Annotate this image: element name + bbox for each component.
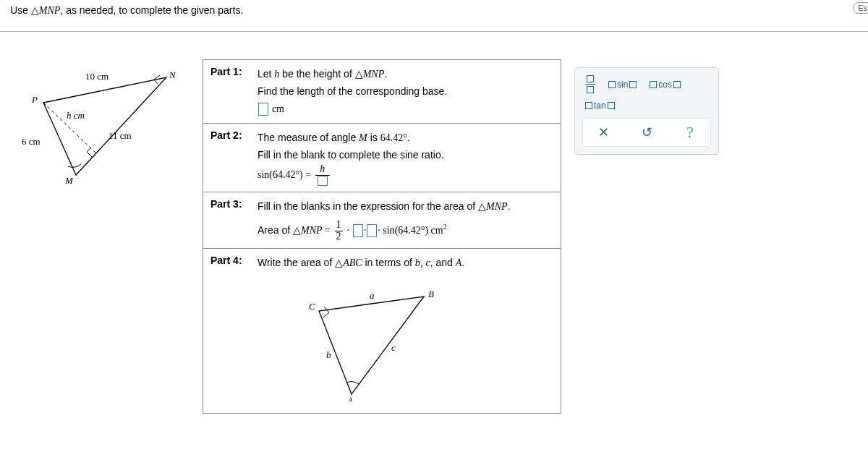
instruction-bar: Use △MNP, as needed, to complete the giv… <box>0 0 868 32</box>
palette-actions: ✕ ↺ ? <box>582 118 711 147</box>
side-MN-label: 11 cm <box>109 130 132 141</box>
palette-fraction-button[interactable] <box>585 75 595 93</box>
triangle-name: MNP <box>39 5 61 16</box>
part-3-label: Part 3: <box>210 198 258 242</box>
triangle-mnp-svg: P N M 10 cm 6 cm 11 cm h cm <box>0 59 203 218</box>
side-PN-label: 10 cm <box>85 71 109 82</box>
p1-base-input[interactable] <box>258 103 268 116</box>
part-4: Part 4: Write the area of △ABC in terms … <box>203 249 561 414</box>
p1-text-a: Let <box>258 68 274 80</box>
abc-a: a <box>370 290 375 301</box>
part-2-label: Part 2: <box>210 129 258 186</box>
p4-name: ABC <box>343 257 362 268</box>
vertex-N-label: N <box>169 69 176 80</box>
palette-sin-button[interactable]: sin <box>608 80 637 90</box>
height-label: h cm <box>67 110 85 121</box>
p4-text-a: Write the area of <box>258 257 335 268</box>
p3-half-num: 1 <box>335 220 343 231</box>
p2-frac-den-input[interactable] <box>318 176 328 186</box>
p3-sin-arg: (64.42°) <box>395 225 428 236</box>
part-1-label: Part 1: <box>210 66 258 117</box>
part-2: Part 2: The measure of angle M is 64.42°… <box>203 124 561 192</box>
palette-row-1: sin cos <box>582 75 711 93</box>
p4-end: . <box>461 257 464 268</box>
p3-dot-1: · <box>346 225 349 236</box>
p4-c1: , <box>420 257 426 268</box>
p1-end: . <box>384 68 387 80</box>
palette-undo-button[interactable]: ↺ <box>634 124 659 141</box>
palette-close-button[interactable]: ✕ <box>591 124 616 141</box>
p2-sin-arg: (64.42°) <box>269 169 302 180</box>
es-badge[interactable]: Es <box>853 2 868 14</box>
p3-input-1[interactable] <box>353 224 363 237</box>
palette-tan-button[interactable]: tan <box>585 101 615 111</box>
parts-panel: Part 1: Let h be the height of △MNP. Fin… <box>203 59 561 414</box>
p4-text-b: in terms of <box>362 257 415 268</box>
vertex-P-label: P <box>31 94 38 105</box>
triangle-abc-svg: A B C a b c <box>258 271 475 401</box>
part-4-label: Part 4: <box>210 255 258 408</box>
diagram-mnp: P N M 10 cm 6 cm 11 cm h cm <box>0 59 203 218</box>
p3-half: 1 2 <box>335 220 343 242</box>
p3-input-2[interactable] <box>367 224 377 237</box>
abc-C: C <box>309 301 315 312</box>
p4-c2: , and <box>430 257 456 268</box>
p3-name: MNP <box>486 201 508 212</box>
abc-A: A <box>346 395 353 401</box>
p2-frac-num: h <box>315 164 330 176</box>
abc-c: c <box>391 342 396 353</box>
part-1: Part 1: Let h be the height of △MNP. Fin… <box>203 60 561 124</box>
svg-marker-2 <box>319 297 424 394</box>
palette-panel: sin cos tan ✕ ↺ ? <box>574 67 719 155</box>
instruction-suffix: , as needed, to complete the given parts… <box>60 4 243 16</box>
palette-tan-label: tan <box>594 101 606 111</box>
part-3: Part 3: Fill in the blanks in the expres… <box>203 192 561 248</box>
p3-sin: sin <box>380 225 395 236</box>
p3-area-prefix: Area of <box>258 224 293 236</box>
content-row: P N M 10 cm 6 cm 11 cm h cm Part 1: Let … <box>0 32 868 414</box>
p2-line2: Fill in the blank to complete the sine r… <box>258 147 553 164</box>
p1-line2: Find the length of the corresponding bas… <box>258 83 553 101</box>
p2-val: 64.42° <box>380 132 407 143</box>
p3-area-name: MNP <box>301 225 323 236</box>
p1-text-b: be the height of <box>279 68 354 80</box>
p2-sin: sin <box>258 169 269 180</box>
p2-end: . <box>407 132 410 143</box>
p1-name: MNP <box>363 69 385 80</box>
p3-area-tri: △ <box>293 224 301 236</box>
side-PM-label: 6 cm <box>22 136 41 147</box>
p2-text-b: is <box>367 132 380 143</box>
p2-text-a: The measure of angle <box>258 132 359 143</box>
abc-b: b <box>326 349 331 360</box>
vertex-M-label: M <box>64 175 74 186</box>
p3-unit: cm <box>428 225 443 236</box>
p4-b: b <box>415 257 420 268</box>
p3-end: . <box>508 200 511 212</box>
p2-M: M <box>359 132 367 143</box>
p4-tri: △ <box>335 257 343 268</box>
p1-tri: △ <box>355 68 363 80</box>
abc-B: B <box>428 289 434 299</box>
p2-eq: = <box>303 169 314 180</box>
p3-half-den: 2 <box>335 231 343 242</box>
triangle-symbol: △ <box>31 4 39 16</box>
p3-eq: = <box>323 225 333 236</box>
svg-marker-0 <box>43 77 166 175</box>
palette-sin-label: sin <box>617 80 628 90</box>
p1-unit: cm <box>272 103 284 114</box>
p2-fraction: h <box>315 164 330 186</box>
p3-sup: 2 <box>443 223 447 231</box>
palette-cos-button[interactable]: cos <box>650 80 681 90</box>
p3-tri: △ <box>478 200 486 212</box>
palette-help-button[interactable]: ? <box>678 124 702 141</box>
palette-row-2: tan <box>582 101 711 111</box>
palette-cos-label: cos <box>658 80 672 90</box>
instruction-prefix: Use <box>10 4 31 16</box>
p3-text-a: Fill in the blanks in the expression for… <box>258 200 478 212</box>
p3-dot-2: · <box>364 225 367 236</box>
